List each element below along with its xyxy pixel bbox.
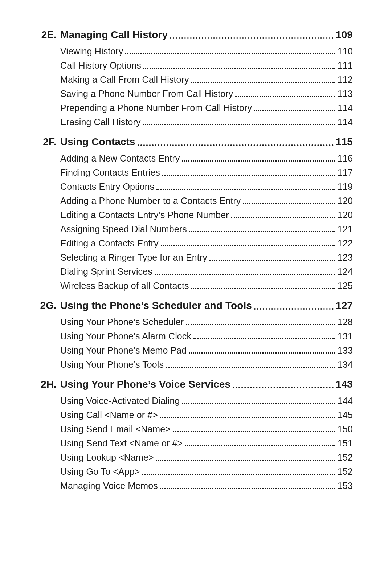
- toc-item[interactable]: Adding a Phone Number to a Contacts Entr…: [60, 196, 353, 205]
- leader-dots: [191, 283, 335, 289]
- leader-dots: [143, 63, 335, 69]
- toc-item-page: 114: [338, 103, 353, 113]
- section-title: Using Your Phone’s Voice Services: [60, 378, 230, 391]
- leader-dots: [156, 184, 335, 190]
- toc-section-heading[interactable]: 2G. Using the Phone’s Scheduler and Tool…: [36, 299, 353, 312]
- toc-item[interactable]: Using Your Phone’s Alarm Clock131: [60, 332, 353, 341]
- toc-item-page: 145: [338, 411, 353, 420]
- toc-item[interactable]: Adding a New Contacts Entry116: [60, 154, 353, 163]
- leader-dots: [160, 483, 335, 489]
- toc-item-page: 110: [338, 47, 353, 56]
- section-id: 2G.: [36, 299, 60, 312]
- leader-dots: [193, 334, 335, 340]
- toc-item[interactable]: Dialing Sprint Services124: [60, 267, 353, 276]
- toc-item[interactable]: Viewing History110: [60, 47, 353, 56]
- toc-item[interactable]: Using Your Phone’s Memo Pad133: [60, 346, 353, 355]
- leader-dots: [231, 213, 335, 219]
- toc-item-title: Using Call <Name or #>: [60, 411, 158, 420]
- toc-item[interactable]: Finding Contacts Entries117: [60, 168, 353, 177]
- leader-dots: [254, 303, 334, 310]
- toc-item-page: 120: [338, 211, 353, 220]
- section-page: 143: [336, 378, 353, 391]
- toc-section: 2G. Using the Phone’s Scheduler and Tool…: [36, 299, 353, 369]
- toc-item-list: Viewing History110 Call History Options1…: [60, 47, 353, 127]
- toc-item[interactable]: Using Send Email <Name>150: [60, 425, 353, 434]
- toc-item-title: Using Lookup <Name>: [60, 453, 154, 462]
- toc-item-page: 111: [338, 61, 353, 70]
- toc-item-title: Saving a Phone Number From Call History: [60, 89, 233, 98]
- toc-section: 2F. Using Contacts 115 Adding a New Cont…: [36, 135, 353, 290]
- toc-item-page: 120: [338, 196, 353, 205]
- toc-item[interactable]: Using Call <Name or #>145: [60, 411, 353, 420]
- leader-dots: [189, 227, 335, 233]
- toc-page: 2E. Managing Call History 109 Viewing Hi…: [0, 0, 392, 588]
- leader-dots: [143, 120, 335, 126]
- toc-item-title: Dialing Sprint Services: [60, 267, 152, 276]
- leader-dots: [185, 441, 335, 447]
- toc-item[interactable]: Using Your Phone’s Tools134: [60, 360, 353, 369]
- section-id: 2H.: [36, 378, 60, 391]
- toc-item-title: Using Your Phone’s Scheduler: [60, 318, 184, 327]
- leader-dots: [186, 320, 335, 326]
- leader-dots: [182, 399, 335, 404]
- toc-item-list: Using Your Phone’s Scheduler128 Using Yo…: [60, 318, 353, 369]
- toc-item-page: 112: [338, 75, 353, 84]
- toc-item[interactable]: Using Lookup <Name>152: [60, 453, 353, 462]
- toc-item-title: Using Voice-Activated Dialing: [60, 396, 180, 405]
- toc-item-page: 113: [338, 89, 353, 98]
- leader-dots: [189, 348, 335, 354]
- toc-item[interactable]: Managing Voice Memos153: [60, 481, 353, 490]
- toc-item[interactable]: Saving a Phone Number From Call History1…: [60, 89, 353, 98]
- toc-item-title: Using Send Text <Name or #>: [60, 439, 183, 448]
- section-title: Using Contacts: [60, 135, 135, 148]
- toc-section-heading[interactable]: 2F. Using Contacts 115: [36, 135, 353, 148]
- toc-item[interactable]: Contacts Entry Options119: [60, 182, 353, 191]
- toc-item[interactable]: Wireless Backup of all Contacts125: [60, 281, 353, 290]
- toc-item[interactable]: Call History Options111: [60, 61, 353, 70]
- section-page: 127: [336, 299, 353, 312]
- toc-item-page: 116: [338, 154, 353, 163]
- toc-item-page: 152: [338, 453, 353, 462]
- toc-item[interactable]: Erasing Call History114: [60, 118, 353, 127]
- leader-dots: [254, 106, 335, 111]
- section-page: 109: [336, 28, 353, 41]
- toc-item-page: 117: [338, 168, 353, 177]
- toc-item[interactable]: Editing a Contacts Entry’s Phone Number1…: [60, 211, 353, 220]
- toc-item-page: 123: [338, 253, 353, 262]
- toc-item-title: Editing a Contacts Entry’s Phone Number: [60, 211, 229, 220]
- toc-item[interactable]: Using Your Phone’s Scheduler128: [60, 318, 353, 327]
- toc-item-title: Using Your Phone’s Tools: [60, 360, 164, 369]
- leader-dots: [160, 413, 335, 418]
- toc-item[interactable]: Prepending a Phone Number From Call Hist…: [60, 103, 353, 113]
- section-page: 115: [336, 135, 353, 148]
- toc-item[interactable]: Assigning Speed Dial Numbers121: [60, 225, 353, 234]
- leader-dots: [191, 77, 335, 83]
- toc-item[interactable]: Using Go To <App>152: [60, 467, 353, 476]
- toc-item[interactable]: Editing a Contacts Entry122: [60, 239, 353, 248]
- section-title: Managing Call History: [60, 28, 168, 41]
- section-title: Using the Phone’s Scheduler and Tools: [60, 299, 252, 312]
- toc-item[interactable]: Using Send Text <Name or #>151: [60, 439, 353, 448]
- toc-item-list: Using Voice-Activated Dialing144 Using C…: [60, 396, 353, 490]
- leader-dots: [138, 139, 334, 146]
- toc-item-title: Using Your Phone’s Alarm Clock: [60, 332, 191, 341]
- leader-dots: [170, 32, 334, 39]
- toc-item[interactable]: Making a Call From Call History112: [60, 75, 353, 84]
- toc-item[interactable]: Selecting a Ringer Type for an Entry123: [60, 253, 353, 262]
- toc-item-title: Prepending a Phone Number From Call Hist…: [60, 103, 252, 113]
- toc-item-page: 114: [338, 118, 353, 127]
- toc-item[interactable]: Using Voice-Activated Dialing144: [60, 396, 353, 405]
- toc-section-heading[interactable]: 2H. Using Your Phone’s Voice Services 14…: [36, 378, 353, 391]
- toc-item-title: Using Your Phone’s Memo Pad: [60, 346, 187, 355]
- toc-item-page: 133: [338, 346, 353, 355]
- toc-section-heading[interactable]: 2E. Managing Call History 109: [36, 28, 353, 41]
- leader-dots: [162, 170, 335, 176]
- toc-item-page: 153: [338, 481, 353, 490]
- leader-dots: [156, 455, 335, 461]
- leader-dots: [182, 156, 335, 162]
- toc-item-page: 122: [338, 239, 353, 248]
- toc-item-page: 121: [338, 225, 353, 234]
- leader-dots: [125, 49, 335, 55]
- toc-item-page: 131: [338, 332, 353, 341]
- toc-item-page: 125: [338, 281, 353, 290]
